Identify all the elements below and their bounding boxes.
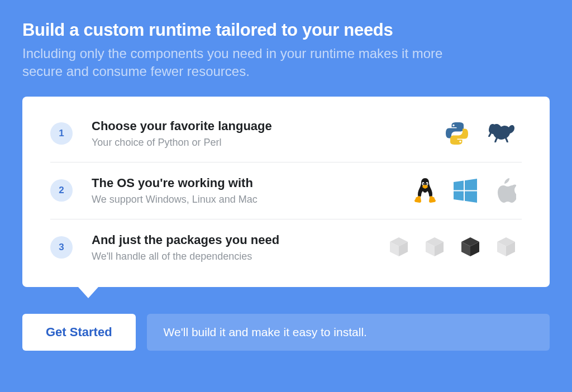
apple-icon — [494, 177, 516, 204]
package-icon — [425, 236, 445, 259]
card-pointer — [78, 287, 98, 298]
step-row: 2 The OS you're working with We support … — [50, 162, 522, 219]
main-container: Build a custom runtime tailored to your … — [0, 0, 572, 373]
windows-icon — [452, 178, 478, 203]
svg-point-1 — [459, 141, 461, 142]
step-content: The OS you're working with We support Wi… — [92, 176, 413, 205]
linux-icon — [413, 177, 437, 204]
page-subtitle: Including only the components you need i… — [22, 45, 458, 81]
perl-icon — [486, 119, 516, 147]
svg-point-0 — [452, 125, 454, 126]
step-icons — [413, 177, 522, 204]
info-message: We'll build it and make it easy to insta… — [147, 314, 550, 351]
package-icon — [389, 236, 409, 259]
step-description: We'll handle all of the dependencies — [92, 251, 389, 262]
step-number-badge: 2 — [50, 179, 73, 202]
card-wrapper: 1 Choose your favorite language Your cho… — [22, 97, 550, 298]
package-icon-selected — [460, 236, 480, 259]
step-title: Choose your favorite language — [92, 119, 444, 133]
step-icons — [444, 119, 522, 147]
step-title: And just the packages you need — [92, 233, 389, 247]
get-started-button[interactable]: Get Started — [22, 314, 136, 351]
step-icons — [389, 236, 522, 259]
step-content: Choose your favorite language Your choic… — [92, 119, 444, 149]
step-row: 3 And just the packages you need We'll h… — [50, 219, 522, 269]
step-content: And just the packages you need We'll han… — [92, 233, 389, 262]
step-description: Your choice of Python or Perl — [92, 137, 444, 149]
step-number-badge: 3 — [50, 236, 73, 259]
svg-point-5 — [423, 183, 424, 185]
actions-row: Get Started We'll build it and make it e… — [22, 314, 550, 351]
step-title: The OS you're working with — [92, 176, 413, 190]
step-description: We support Windows, Linux and Mac — [92, 194, 413, 205]
svg-point-6 — [426, 183, 427, 185]
page-title: Build a custom runtime tailored to your … — [22, 20, 550, 40]
feature-card: 1 Choose your favorite language Your cho… — [22, 97, 550, 287]
step-number-badge: 1 — [50, 122, 73, 145]
python-icon — [444, 120, 470, 147]
package-icon — [496, 236, 516, 259]
step-row: 1 Choose your favorite language Your cho… — [50, 112, 522, 162]
